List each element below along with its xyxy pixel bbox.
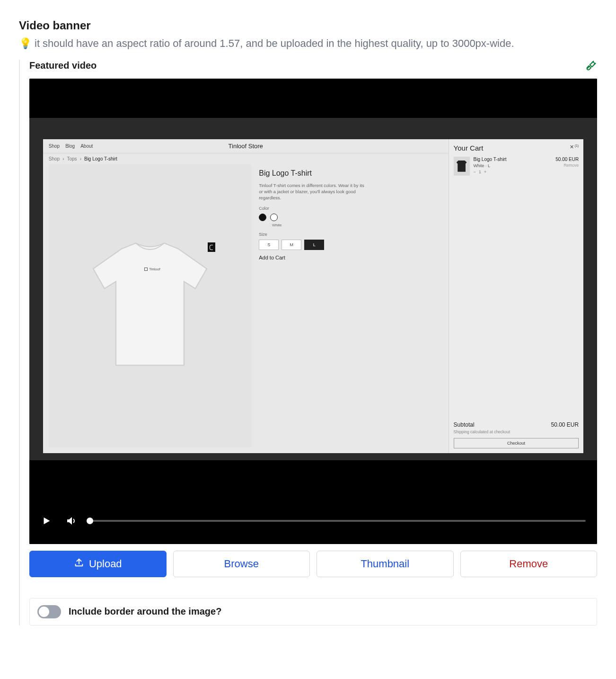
tshirt-sleeve-patch: [208, 242, 215, 252]
plugin-icon[interactable]: [585, 60, 597, 72]
store-body: Tinloof Big Logo T-shirt Tinloof T-shirt…: [43, 164, 449, 454]
qty-plus-icon: +: [484, 170, 486, 174]
play-icon[interactable]: [41, 515, 52, 527]
section-hint-text: it should have an aspect ratio of around…: [35, 36, 514, 51]
upload-button[interactable]: Upload: [29, 551, 167, 577]
qty-minus-icon: −: [474, 170, 476, 174]
nav-shop: Shop: [49, 143, 60, 149]
store-topbar: Shop Blog About Tinloof Store: [43, 139, 449, 153]
video-frame-content: Shop Blog About Tinloof Store Shop › Top…: [43, 139, 583, 454]
store-brand: Tinloof Store: [229, 143, 263, 150]
toggle-knob: [39, 607, 49, 617]
product-info: Big Logo T-shirt Tinloof T-shirt comes i…: [251, 164, 448, 454]
block-title: Featured video: [29, 60, 97, 71]
checkout-button: Checkout: [454, 438, 579, 448]
letterbox-top: [29, 79, 597, 118]
cart-item-qty: − 1 +: [474, 170, 552, 174]
tshirt-logo-text: Tinloof: [144, 267, 160, 271]
featured-video-block: Featured video Shop Blog About Tinloof S…: [19, 60, 597, 625]
subtotal-label: Subtotal: [454, 421, 475, 428]
crumb-tops: Tops: [67, 156, 77, 161]
cart-title: Your Cart: [454, 144, 484, 152]
cart-item-thumb: [454, 157, 470, 176]
size-label: Size: [259, 232, 443, 237]
product-image: Tinloof: [49, 164, 251, 448]
swatch-selected-caption: White: [267, 223, 286, 227]
crumb-current: Big Logo T-shirt: [84, 156, 117, 161]
border-toggle-row: Include border around the image?: [29, 598, 597, 625]
video-controls: [29, 498, 597, 544]
chevron-right-icon: ›: [62, 156, 64, 161]
tshirt-graphic: Tinloof: [79, 204, 221, 408]
cart-close-icon: ✕(1): [570, 144, 579, 150]
cart-item-price: 50.00 EUR: [555, 157, 579, 162]
video-player[interactable]: Shop Blog About Tinloof Store Shop › Top…: [29, 79, 597, 544]
chevron-right-icon: ›: [80, 156, 81, 161]
border-toggle-label: Include border around the image?: [69, 606, 221, 617]
section-title: Video banner: [19, 19, 597, 32]
video-progress[interactable]: [90, 520, 586, 522]
browse-button[interactable]: Browse: [173, 551, 310, 577]
remove-button[interactable]: Remove: [460, 551, 598, 577]
remove-label: Remove: [509, 558, 548, 570]
nav-blog: Blog: [65, 143, 75, 149]
color-label: Color: [259, 206, 443, 211]
swatch-black: [259, 214, 266, 221]
cart-panel: Your Cart ✕(1) Big Logo T-shirt White · …: [449, 139, 584, 454]
upload-label: Upload: [89, 558, 122, 570]
product-description: Tinloof T-shirt comes in different color…: [259, 182, 368, 201]
size-m: M: [282, 240, 301, 250]
upload-icon: [74, 557, 84, 571]
size-s: S: [259, 240, 279, 250]
progress-handle[interactable]: [87, 518, 93, 524]
thumbnail-button[interactable]: Thumbnail: [317, 551, 454, 577]
swatch-white: [270, 214, 278, 221]
add-to-cart: Add to Cart: [259, 255, 443, 260]
store-nav: Shop Blog About: [49, 139, 93, 153]
volume-icon[interactable]: [65, 515, 77, 527]
shipping-note: Shipping calculated at checkout: [454, 429, 579, 434]
cart-item-variant: White · L: [474, 163, 552, 168]
letterbox-bottom: [29, 460, 597, 498]
thumbnail-label: Thumbnail: [361, 558, 409, 570]
browse-label: Browse: [224, 558, 259, 570]
subtotal-value: 50.00 EUR: [551, 421, 579, 428]
nav-about: About: [80, 143, 93, 149]
size-l: L: [304, 240, 324, 250]
store-main: Shop Blog About Tinloof Store Shop › Top…: [43, 139, 449, 454]
cart-item-name: Big Logo T-shirt: [474, 157, 552, 162]
cart-item-remove: Remove: [555, 163, 579, 168]
product-title: Big Logo T-shirt: [259, 169, 443, 178]
border-toggle[interactable]: [37, 605, 61, 618]
breadcrumb: Shop › Tops › Big Logo T-shirt: [43, 153, 449, 164]
crumb-shop: Shop: [49, 156, 60, 161]
section-hint: 💡 it should have an aspect ratio of arou…: [19, 36, 597, 51]
lightbulb-icon: 💡: [19, 36, 32, 51]
cart-item: Big Logo T-shirt White · L − 1 + 50.00 E…: [454, 157, 579, 176]
video-actions: Upload Browse Thumbnail Remove: [29, 551, 597, 577]
